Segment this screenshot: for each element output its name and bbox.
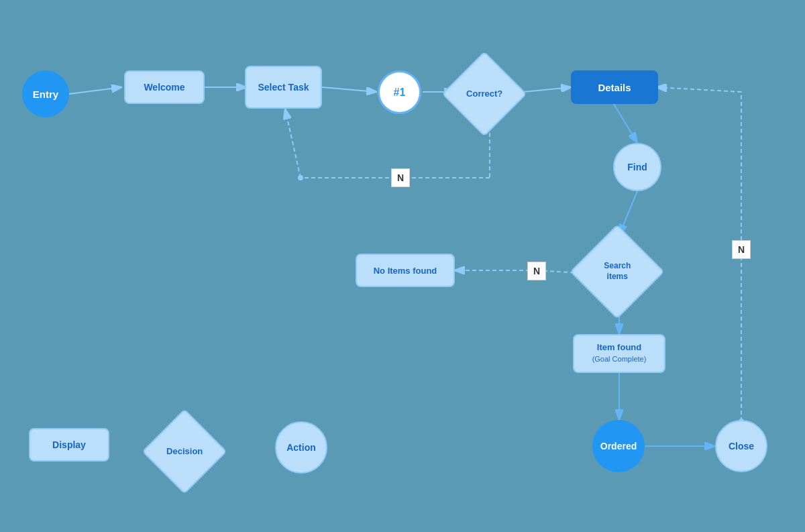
flowchart-diagram: Entry Welcome Select Task #1 Correct? De…: [0, 0, 805, 532]
ordered-node[interactable]: Ordered: [592, 420, 645, 472]
search-items-node[interactable]: Searchitems: [577, 231, 657, 312]
svg-line-24: [656, 87, 741, 92]
svg-point-20: [298, 175, 303, 180]
legend-decision: Decision: [148, 415, 221, 488]
entry-node[interactable]: Entry: [22, 70, 69, 117]
legend-action: Action: [275, 421, 327, 474]
correct-node[interactable]: Correct?: [447, 57, 521, 131]
details-node[interactable]: Details: [571, 70, 658, 104]
step1-node[interactable]: #1: [378, 70, 421, 114]
svg-line-10: [619, 191, 637, 235]
close-node[interactable]: Close: [715, 420, 767, 472]
item-found-node[interactable]: Item found(Goal Complete): [573, 334, 665, 373]
no-items-node[interactable]: No Items found: [356, 254, 455, 287]
n-label-correct-loop: N: [391, 168, 410, 187]
n-label-close-details: N: [732, 240, 751, 259]
legend-display: Display: [29, 428, 109, 462]
n-label-search-no-items: N: [527, 262, 546, 280]
svg-line-4: [69, 87, 122, 94]
find-node[interactable]: Find: [613, 143, 661, 191]
svg-line-9: [614, 104, 637, 143]
svg-line-8: [523, 87, 572, 92]
svg-line-6: [322, 87, 377, 92]
select-task-node[interactable]: Select Task: [245, 66, 322, 109]
svg-line-21: [285, 109, 301, 178]
welcome-node[interactable]: Welcome: [124, 70, 205, 104]
